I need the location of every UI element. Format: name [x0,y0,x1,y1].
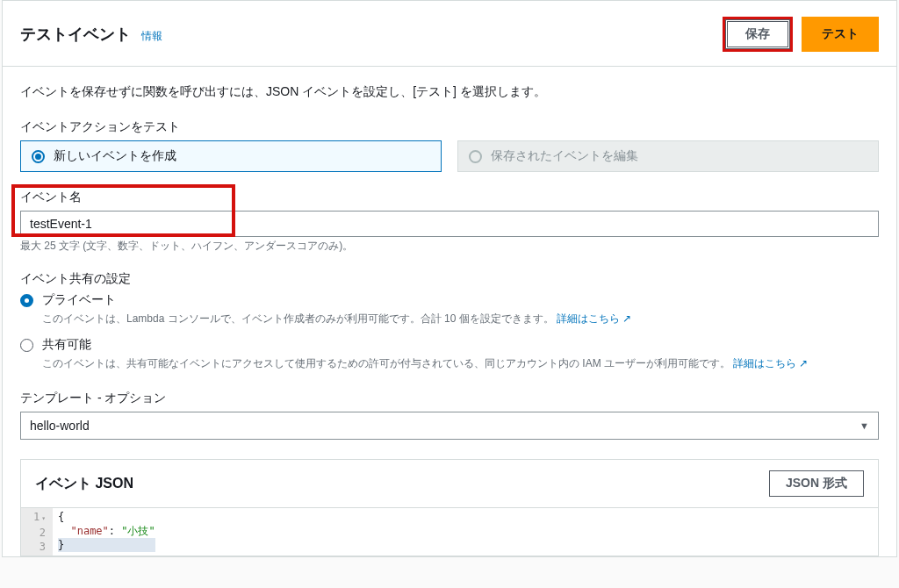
sharing-private-label: プライベート [42,292,116,308]
panel-header: テストイベント 情報 保存 テスト [3,1,896,67]
shared-more-link[interactable]: 詳細はこちら↗ [733,357,808,369]
sharing-shared-option[interactable]: 共有可能 [20,337,879,353]
radio-icon [32,150,45,163]
event-name-label: イベント名 [20,190,879,205]
page-title: テストイベント [20,24,131,45]
event-name-hint: 最大 25 文字 (文字、数字、ドット、ハイフン、アンダースコアのみ)。 [20,239,879,254]
template-selected-value: hello-world [30,419,90,433]
chevron-down-icon: ▼ [859,420,869,431]
sharing-private-desc: このイベントは、Lambda コンソールで、イベント作成者のみが利用可能です。合… [42,312,879,326]
sharing-shared-desc: このイベントは、共有可能なイベントにアクセスして使用するための許可が付与されてい… [42,356,879,371]
json-editor[interactable]: 1▾ 2 3 { "name": "小技" } [21,507,878,556]
event-action-label: イベントアクションをテスト [20,119,879,135]
editor-gutter: 1▾ 2 3 [21,508,53,556]
json-title: イベント JSON [35,475,133,493]
save-highlight-box: 保存 [723,17,793,52]
template-label: テンプレート - オプション [20,391,879,406]
radio-icon [20,339,33,352]
intro-text: イベントを保存せずに関数を呼び出すには、JSON イベントを設定し、[テスト] … [20,84,879,100]
sharing-shared-label: 共有可能 [42,337,91,353]
template-select[interactable]: hello-world ▼ [20,412,879,440]
sharing-label: イベント共有の設定 [20,271,879,287]
external-link-icon: ↗ [622,312,631,325]
sharing-private-option[interactable]: プライベート [20,292,879,308]
json-panel: イベント JSON JSON 形式 1▾ 2 3 { "name": "小技" … [20,459,879,556]
event-name-input[interactable] [20,211,879,237]
radio-icon [469,150,482,163]
edit-saved-event-label: 保存されたイベントを編集 [491,148,638,164]
radio-icon [20,294,33,307]
json-format-button[interactable]: JSON 形式 [769,470,864,497]
editor-code[interactable]: { "name": "小技" } [53,508,161,556]
create-new-event-option[interactable]: 新しいイベントを作成 [20,140,442,172]
save-button[interactable]: 保存 [727,21,788,47]
private-more-link[interactable]: 詳細はこちら↗ [557,312,631,325]
test-button[interactable]: テスト [802,17,879,52]
info-link[interactable]: 情報 [141,29,162,44]
create-new-event-label: 新しいイベントを作成 [54,148,176,164]
edit-saved-event-option: 保存されたイベントを編集 [457,140,879,172]
external-link-icon: ↗ [799,357,808,369]
event-action-group: 新しいイベントを作成 保存されたイベントを編集 [20,140,879,172]
